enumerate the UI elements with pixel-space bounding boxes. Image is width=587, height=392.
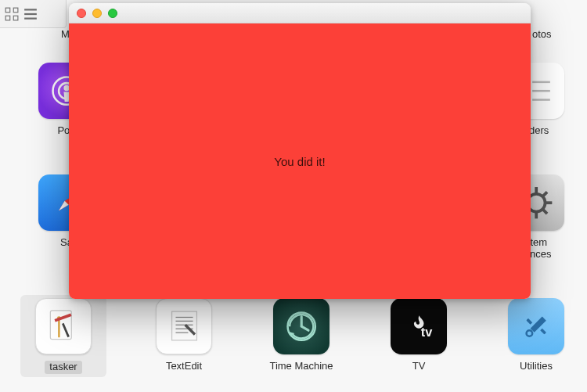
app-label: Time Machine — [269, 361, 333, 372]
finder-window: M otos Pod nders Sa — [0, 0, 587, 392]
svg-rect-3 — [13, 16, 18, 20]
utilities-folder-icon — [508, 298, 564, 354]
popup-message: You did it! — [274, 155, 325, 168]
list-view-icon[interactable] — [23, 7, 38, 21]
app-label: Utilities — [520, 361, 553, 372]
popup-window: You did it! — [69, 3, 531, 299]
textedit-icon — [156, 298, 212, 354]
svg-rect-0 — [5, 8, 10, 13]
app-utilities[interactable]: Utilities — [493, 298, 579, 374]
finder-toolbar-fragment — [0, 0, 67, 28]
window-titlebar[interactable] — [69, 3, 531, 23]
zoom-icon[interactable] — [108, 9, 117, 18]
time-machine-icon — [273, 298, 330, 354]
svg-point-39 — [526, 330, 532, 336]
svg-line-24 — [543, 210, 547, 214]
app-textedit[interactable]: TextEdit — [141, 298, 227, 374]
icon-view-icon[interactable] — [5, 7, 19, 21]
svg-text:tv: tv — [421, 324, 433, 338]
svg-rect-2 — [5, 16, 10, 20]
app-time-machine[interactable]: Time Machine — [258, 298, 344, 374]
obscured-label: otos — [532, 28, 552, 40]
tasker-icon — [35, 298, 92, 354]
minimize-icon[interactable] — [92, 9, 102, 18]
app-tasker[interactable]: tasker — [20, 295, 106, 377]
close-icon[interactable] — [77, 9, 86, 18]
svg-line-25 — [543, 192, 547, 196]
app-label: TextEdit — [166, 361, 202, 372]
svg-rect-1 — [13, 8, 18, 13]
app-label: tasker — [45, 361, 81, 374]
app-tv[interactable]: tv TV — [376, 298, 462, 374]
popup-content: You did it! — [69, 23, 531, 299]
app-label: TV — [412, 361, 426, 372]
tv-icon: tv — [391, 298, 447, 354]
